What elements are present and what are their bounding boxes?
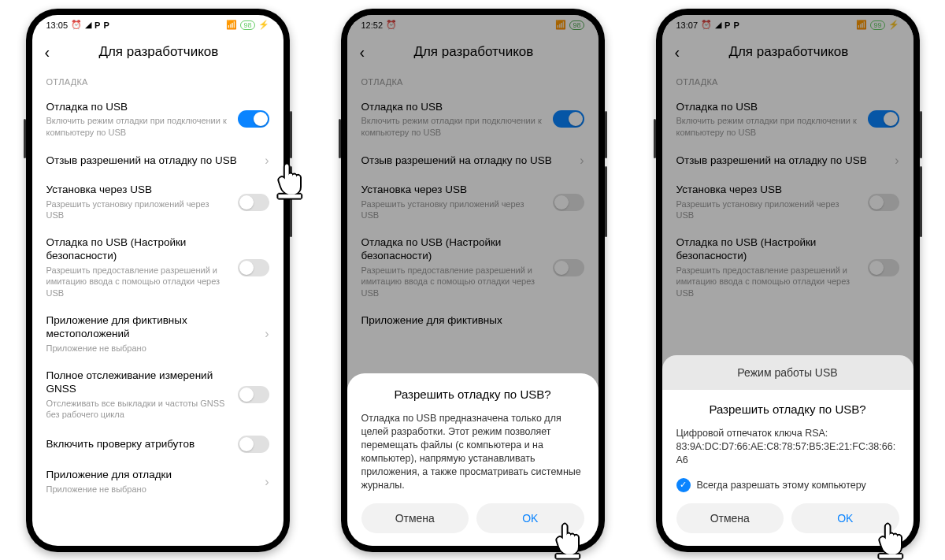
always-allow-checkbox[interactable]: ✓ Всегда разрешать этому компьютеру <box>676 478 899 492</box>
app-icon: P <box>94 20 100 30</box>
battery-indicator: 98 <box>240 20 254 30</box>
svg-rect-1 <box>556 554 579 558</box>
row-title: Установка через USB <box>46 184 228 197</box>
ok-button[interactable]: OK <box>476 503 584 533</box>
phone-frame-2: 12:52⏰ 📶98 ‹ Для разработчиков ОТЛАДКА О… <box>341 9 605 552</box>
row-mock-location[interactable]: Приложение для фиктивных местоположений … <box>32 306 284 362</box>
row-subtitle: Разрешить предоставление разрешений и им… <box>46 265 228 299</box>
row-title: Отладка по USB <box>46 101 228 114</box>
telegram-icon: ◢ <box>85 20 91 30</box>
modal-overlay[interactable]: Режим работы USB Разрешить отладку по US… <box>662 15 914 546</box>
row-attr-check[interactable]: Включить проверку атрибутов <box>32 428 284 461</box>
charging-icon: ⚡ <box>258 20 269 30</box>
cancel-button[interactable]: Отмена <box>361 503 469 533</box>
toggle-usb-debug[interactable] <box>238 110 269 128</box>
page-title: Для разработчиков <box>65 44 251 60</box>
signal-icon: 📶 <box>226 20 237 30</box>
toggle-gnss[interactable] <box>238 386 269 403</box>
row-title: Отладка по USB (Настройки безопасности) <box>46 236 228 263</box>
toggle-install-usb[interactable] <box>238 194 269 211</box>
row-usb-security[interactable]: Отладка по USB (Настройки безопасности) … <box>32 228 284 306</box>
phone-frame-1: 13:05 ⏰ ◢ P P 📶 98 ⚡ ‹ Для разработчиков… <box>26 9 290 552</box>
app-icon: P <box>103 20 109 30</box>
row-debug-app[interactable]: Приложение для отладки Приложение не выб… <box>32 461 284 503</box>
row-revoke-usb[interactable]: Отзыв разрешений на отладку по USB › <box>32 146 284 176</box>
dialog-title: Разрешить отладку по USB? <box>676 402 899 416</box>
toggle-attr-check[interactable] <box>238 436 269 453</box>
row-title: Отзыв разрешений на отладку по USB <box>46 154 256 168</box>
screen-2: 12:52⏰ 📶98 ‹ Для разработчиков ОТЛАДКА О… <box>347 15 598 546</box>
check-icon: ✓ <box>676 478 691 492</box>
screen-1: 13:05 ⏰ ◢ P P 📶 98 ⚡ ‹ Для разработчиков… <box>32 15 284 546</box>
row-title: Полное отслеживание измерений GNSS <box>46 369 228 396</box>
fingerprint-value: 83:9A:DC:D7:66:AE:C8:78:57:B5:3E:21:FC:3… <box>676 441 896 465</box>
row-subtitle: Включить режим отладки при подключении к… <box>46 115 228 138</box>
screen-3: 13:07 ⏰ ◢ P P 📶 99 ⚡ ‹ Для разработчиков… <box>662 15 914 546</box>
row-gnss[interactable]: Полное отслеживание измерений GNSS Отсле… <box>32 362 284 428</box>
dialog-title: Разрешить отладку по USB? <box>361 388 584 401</box>
row-subtitle: Отслеживать все выкладки и частоты GNSS … <box>46 398 228 421</box>
status-bar: 13:05 ⏰ ◢ P P 📶 98 ⚡ <box>32 15 284 35</box>
dialog-sheet: Режим работы USB Разрешить отладку по US… <box>662 369 914 546</box>
checkbox-label: Всегда разрешать этому компьютеру <box>697 480 866 491</box>
dialog-header-strip: Режим работы USB <box>662 355 914 390</box>
alarm-icon: ⏰ <box>71 20 82 30</box>
modal-overlay[interactable]: Разрешить отладку по USB? Отладка по USB… <box>347 15 598 546</box>
back-button[interactable]: ‹ <box>45 43 50 61</box>
row-title: Приложение для фиктивных местоположений <box>46 314 256 341</box>
fingerprint-label: Цифровой отпечаток ключа RSA: <box>676 428 828 439</box>
dialog-body: Отладка по USB предназначена только для … <box>361 412 584 491</box>
row-usb-debug[interactable]: Отладка по USB Включить режим отладки пр… <box>32 93 284 146</box>
row-title: Приложение для отладки <box>46 469 256 482</box>
row-subtitle: Приложение не выбрано <box>46 484 256 495</box>
chevron-right-icon: › <box>265 154 269 168</box>
row-title: Включить проверку атрибутов <box>46 438 228 451</box>
section-label: ОТЛАДКА <box>32 72 284 93</box>
status-time: 13:05 <box>46 20 69 30</box>
svg-rect-2 <box>879 554 902 558</box>
dialog-body: Цифровой отпечаток ключа RSA: 83:9A:DC:D… <box>676 427 899 467</box>
cancel-button[interactable]: Отмена <box>676 503 784 533</box>
chevron-right-icon: › <box>265 327 269 341</box>
row-subtitle: Разрешить установку приложений через USB <box>46 198 228 221</box>
chevron-right-icon: › <box>265 475 269 489</box>
toggle-usb-security[interactable] <box>238 259 269 276</box>
dialog-sheet: Разрешить отладку по USB? Отладка по USB… <box>347 373 598 545</box>
ok-button[interactable]: OK <box>791 503 899 533</box>
header: ‹ Для разработчиков <box>32 35 284 72</box>
row-subtitle: Приложение не выбрано <box>46 343 256 354</box>
phone-frame-3: 13:07 ⏰ ◢ P P 📶 99 ⚡ ‹ Для разработчиков… <box>656 9 920 552</box>
row-install-usb[interactable]: Установка через USB Разрешить установку … <box>32 176 284 228</box>
